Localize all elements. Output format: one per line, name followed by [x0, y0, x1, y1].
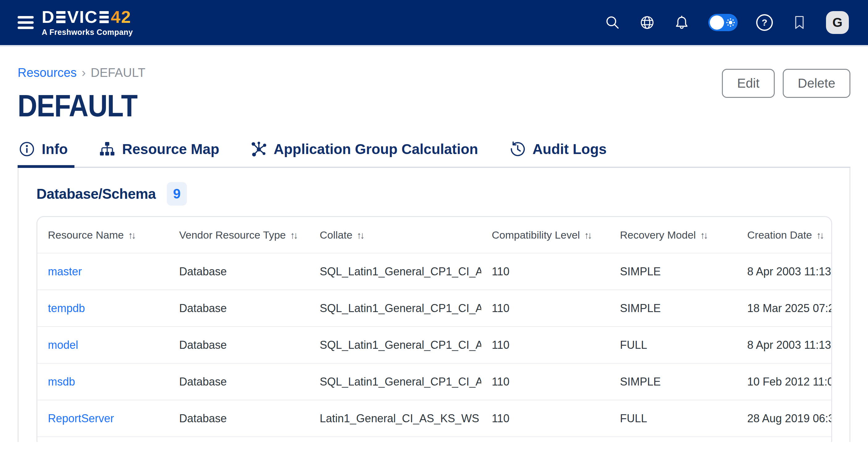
sort-icon[interactable]: ↑↓	[128, 230, 135, 241]
column-header-resource-name[interactable]: Resource Name↑↓	[37, 217, 169, 253]
section-title: Database/Schema	[36, 186, 156, 202]
collate-cell: Latin1_General_CI_AS_KS_WS	[309, 400, 481, 437]
tab-info[interactable]: Info	[18, 139, 74, 167]
tab-audit-logs[interactable]: Audit Logs	[508, 139, 614, 167]
tab-info-label: Info	[42, 141, 68, 158]
notifications-bell-icon[interactable]	[674, 14, 690, 31]
collate-cell: SQL_Latin1_General_CP1_CI_AS	[309, 290, 481, 327]
vendor-type-cell: Database	[169, 400, 309, 437]
hamburger-menu-icon[interactable]	[18, 15, 34, 30]
tab-application-group-calculation[interactable]: Application Group Calculation	[250, 139, 485, 167]
column-header-creation-date[interactable]: Creation Date↑↓	[737, 217, 832, 253]
table-row: tempdb Database SQL_Latin1_General_CP1_C…	[37, 290, 832, 327]
resource-name-link[interactable]: msdb	[37, 363, 169, 400]
database-schema-table: Resource Name↑↓ Vendor Resource Type↑↓ C…	[37, 217, 832, 437]
compatibility-level-cell: 110	[481, 290, 610, 327]
tab-resource-map-label: Resource Map	[122, 141, 219, 158]
page-title: DEFAULT	[18, 90, 137, 121]
sort-icon[interactable]: ↑↓	[700, 230, 707, 241]
creation-date-cell: 10 Feb 2012 11:02	[737, 363, 832, 400]
search-icon[interactable]	[604, 14, 621, 31]
recovery-model-cell: SIMPLE	[610, 253, 737, 290]
logo-letter-e-icon	[99, 11, 109, 23]
count-badge: 9	[167, 182, 187, 205]
delete-button[interactable]: Delete	[783, 69, 850, 98]
recovery-model-cell: SIMPLE	[610, 290, 737, 327]
logo-text-42: 42	[111, 8, 131, 26]
logo-text-d: D	[42, 8, 55, 26]
compatibility-level-cell: 110	[481, 253, 610, 290]
history-icon	[510, 141, 526, 157]
compatibility-level-cell: 110	[481, 400, 610, 437]
creation-date-cell: 28 Aug 2019 06:33	[737, 400, 832, 437]
table-row: master Database SQL_Latin1_General_CP1_C…	[37, 253, 832, 290]
sort-icon[interactable]: ↑↓	[290, 230, 297, 241]
sun-icon	[726, 18, 735, 27]
tab-audit-logs-label: Audit Logs	[532, 141, 607, 158]
vendor-type-cell: Database	[169, 363, 309, 400]
creation-date-cell: 8 Apr 2003 11:13 A	[737, 327, 832, 363]
resource-name-link[interactable]: tempdb	[37, 290, 169, 327]
avatar-initial: G	[833, 15, 843, 30]
creation-date-cell: 18 Mar 2025 07:23	[737, 290, 832, 327]
table-row: msdb Database SQL_Latin1_General_CP1_CI_…	[37, 363, 832, 400]
tab-resource-map[interactable]: Resource Map	[98, 139, 226, 167]
help-icon[interactable]: ?	[756, 14, 773, 31]
breadcrumb-resources-link[interactable]: Resources	[18, 66, 76, 79]
collate-cell: SQL_Latin1_General_CP1_CI_AS	[309, 327, 481, 363]
info-icon	[19, 141, 35, 157]
logo-tagline: A Freshworks Company	[42, 28, 133, 37]
sort-icon[interactable]: ↑↓	[357, 230, 363, 241]
column-header-collate[interactable]: Collate↑↓	[309, 217, 481, 253]
sort-icon[interactable]: ↑↓	[584, 230, 591, 241]
vendor-type-cell: Database	[169, 253, 309, 290]
breadcrumb-separator: ›	[82, 66, 86, 79]
globe-icon[interactable]	[639, 14, 655, 31]
recovery-model-cell: SIMPLE	[610, 363, 737, 400]
compatibility-level-cell: 110	[481, 327, 610, 363]
tab-application-group-calculation-label: Application Group Calculation	[274, 141, 478, 158]
logo-letter-e-icon	[56, 11, 65, 23]
theme-toggle-switch[interactable]	[708, 14, 738, 31]
breadcrumb: Resources › DEFAULT	[18, 66, 154, 79]
tab-bar: Info Resource Map Application Group Calc…	[18, 139, 850, 168]
sort-icon[interactable]: ↑↓	[816, 230, 823, 241]
column-header-recovery-model[interactable]: Recovery Model↑↓	[610, 217, 737, 253]
resource-name-link[interactable]: model	[37, 327, 169, 363]
resource-name-link[interactable]: ReportServer	[37, 400, 169, 437]
table-row: ReportServer Database Latin1_General_CI_…	[37, 400, 832, 437]
toggle-knob	[710, 15, 724, 30]
logo-text-vic: VIC	[67, 8, 98, 26]
column-header-compatibility-level[interactable]: Compatibility Level↑↓	[481, 217, 610, 253]
creation-date-cell: 8 Apr 2003 11:13 A	[737, 253, 832, 290]
sitemap-icon	[99, 141, 115, 157]
table-header-row: Resource Name↑↓ Vendor Resource Type↑↓ C…	[37, 217, 832, 253]
user-avatar[interactable]: G	[826, 11, 849, 34]
top-navbar: DVIC42 A Freshworks Company	[0, 0, 868, 46]
column-header-vendor-resource-type[interactable]: Vendor Resource Type↑↓	[169, 217, 309, 253]
edit-button[interactable]: Edit	[722, 69, 774, 98]
network-graph-icon	[251, 141, 267, 157]
compatibility-level-cell: 110	[481, 363, 610, 400]
vendor-type-cell: Database	[169, 327, 309, 363]
collate-cell: SQL_Latin1_General_CP1_CI_AS	[309, 253, 481, 290]
help-glyph: ?	[762, 17, 767, 28]
collate-cell: SQL_Latin1_General_CP1_CI_AS	[309, 363, 481, 400]
content-panel: Database/Schema 9 Resource Name↑↓ Vendor…	[18, 168, 850, 442]
vendor-type-cell: Database	[169, 290, 309, 327]
database-schema-table-card: Resource Name↑↓ Vendor Resource Type↑↓ C…	[36, 216, 832, 442]
resource-name-link[interactable]: master	[37, 253, 169, 290]
recovery-model-cell: FULL	[610, 400, 737, 437]
recovery-model-cell: FULL	[610, 327, 737, 363]
breadcrumb-current: DEFAULT	[91, 66, 146, 79]
device42-logo: DVIC42 A Freshworks Company	[42, 8, 133, 37]
bookmark-icon[interactable]	[792, 14, 807, 31]
table-row: model Database SQL_Latin1_General_CP1_CI…	[37, 327, 832, 363]
